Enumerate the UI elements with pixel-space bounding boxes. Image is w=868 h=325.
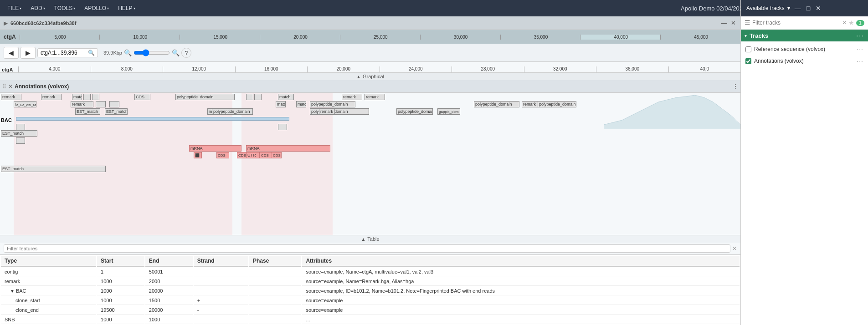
tracks-section-dots[interactable]: ··· bbox=[856, 32, 864, 39]
feature-remark-row3[interactable]: remark bbox=[319, 108, 335, 115]
col-header-strand[interactable]: Strand bbox=[194, 256, 248, 267]
feature-remark-row2[interactable]: remark bbox=[71, 101, 93, 107]
feature-match-2[interactable] bbox=[83, 94, 91, 100]
feature-match-1[interactable]: match bbox=[72, 94, 82, 100]
feature-remark-mid[interactable]: match bbox=[278, 94, 294, 100]
feature-mrna-1[interactable]: mRNA bbox=[189, 145, 241, 152]
panel-icons: — □ ✕ bbox=[793, 4, 823, 13]
tools-menu[interactable]: TOOLS ▾ bbox=[51, 3, 79, 13]
file-label: FILE bbox=[7, 5, 19, 11]
track-checkbox-reference[interactable] bbox=[745, 46, 751, 52]
feature-polypeptide-right[interactable]: polypeptide_domain bbox=[474, 101, 519, 107]
feature-cds-1[interactable]: CDS bbox=[134, 94, 150, 100]
help-menu[interactable]: HELP ▾ bbox=[114, 3, 139, 13]
track-item-reference[interactable]: Reference sequence (volvox) ··· bbox=[741, 43, 868, 55]
genomic-features-area[interactable]: remark remark match CDS polypeptide_doma… bbox=[0, 93, 740, 235]
feature-cds-pink-4[interactable]: CDS bbox=[272, 152, 282, 158]
table-row[interactable]: ▼BAC 1000 20000 source=example, ID=b101.… bbox=[1, 287, 740, 295]
table-row[interactable]: clone_start 1000 1500 + source=example bbox=[1, 296, 740, 305]
track-menu-button[interactable]: ⋮ bbox=[732, 83, 739, 90]
track-checkbox-annotations[interactable] bbox=[745, 58, 751, 64]
lgv-breadcrumb-icon: ▶ bbox=[4, 20, 8, 26]
col-header-attributes[interactable]: Attributes bbox=[302, 256, 740, 267]
col-header-end[interactable]: End bbox=[145, 256, 193, 267]
lgv-minimize-button[interactable]: — bbox=[720, 19, 728, 27]
apollo-menu[interactable]: APOLLO ▾ bbox=[81, 3, 113, 13]
track-dots-annotations[interactable]: ··· bbox=[857, 57, 863, 65]
ruler-tick-1: 8,000 bbox=[91, 66, 163, 72]
filter-features-input[interactable] bbox=[4, 244, 730, 253]
feature-small-row2-1[interactable]: lo_co_pro_seq bbox=[14, 101, 36, 107]
table-row[interactable]: clone_end 19500 20000 - source=example bbox=[1, 306, 740, 315]
col-header-phase[interactable]: Phase bbox=[249, 256, 301, 267]
zoom-in-button[interactable]: 🔍 bbox=[172, 49, 180, 56]
feature-polypep-row3-4[interactable]: gapplx_dom bbox=[437, 108, 460, 115]
feature-polypeptide-row3-3[interactable]: polypeptide_domain bbox=[396, 108, 433, 115]
table-row[interactable]: remark 1000 2000 source=example, Name=Re… bbox=[1, 277, 740, 286]
feature-small-top-1[interactable] bbox=[16, 124, 25, 130]
tracks-collapse-icon: ▾ bbox=[745, 33, 747, 38]
feature-cds-pink-1[interactable]: CDS bbox=[216, 152, 229, 158]
track-drag-handle[interactable]: ⠿ bbox=[2, 83, 6, 90]
zoom-out-button[interactable]: 🔍 bbox=[124, 49, 132, 56]
feature-mrna-2[interactable]: mRNA bbox=[246, 145, 330, 152]
region-ticks: 5,000 10,000 15,000 20,000 25,000 30,000… bbox=[20, 30, 740, 44]
feature-match-row2-2[interactable]: match bbox=[296, 101, 306, 107]
row-collapse-icon[interactable]: ▼ bbox=[10, 289, 15, 294]
nav-back-button[interactable]: ◀ bbox=[4, 47, 19, 59]
cell-phase bbox=[249, 268, 301, 276]
filter-features-clear-button[interactable]: ✕ bbox=[732, 245, 737, 252]
feature-small-row2-3[interactable] bbox=[109, 101, 119, 107]
feature-remark-2[interactable]: remark bbox=[41, 94, 62, 100]
feature-polypeptide-row3[interactable]: polypeptide_domain bbox=[212, 108, 253, 115]
feature-remark-1[interactable]: remark bbox=[1, 94, 21, 100]
graphical-section-label[interactable]: ▲ Graphical bbox=[0, 73, 740, 80]
track-close-button[interactable]: ✕ bbox=[8, 83, 13, 90]
feature-remark-top-right[interactable]: remark bbox=[342, 94, 362, 100]
feature-estmatch-big[interactable]: EST_match bbox=[1, 130, 37, 137]
features-table-scroll[interactable]: Type Start End Strand Phase Attributes c… bbox=[0, 255, 740, 325]
filter-clear-button[interactable]: ✕ bbox=[842, 20, 847, 26]
track-dots-reference[interactable]: ··· bbox=[857, 46, 863, 53]
lgv-close-button[interactable]: ✕ bbox=[730, 19, 737, 27]
panel-minimize-button[interactable]: — bbox=[793, 4, 803, 13]
table-row[interactable]: contig 1 50001 source=example, Name=ctgA… bbox=[1, 268, 740, 276]
add-menu[interactable]: ADD ▾ bbox=[27, 3, 48, 13]
feature-cds-pink-2[interactable]: CDS bbox=[260, 152, 272, 158]
bac-bar[interactable] bbox=[16, 117, 289, 121]
zoom-slider[interactable] bbox=[134, 49, 170, 56]
col-header-start[interactable]: Start bbox=[97, 256, 144, 267]
available-tracks-caret[interactable]: ▾ bbox=[787, 5, 790, 11]
table-row[interactable]: SNB 1000 1000 ... bbox=[1, 315, 740, 324]
feature-match-3[interactable] bbox=[92, 94, 99, 100]
tracks-section-header[interactable]: ▾ Tracks ··· bbox=[741, 30, 868, 41]
feature-estmatch-2[interactable]: EST_match bbox=[105, 108, 128, 115]
location-input[interactable] bbox=[41, 50, 86, 56]
filter-star-button[interactable]: ★ bbox=[848, 19, 854, 26]
feature-small-row2-2[interactable] bbox=[96, 101, 106, 107]
file-menu[interactable]: FILE ▾ bbox=[4, 3, 25, 13]
feature-polypeptide-mid[interactable]: polypeptide_domain bbox=[310, 101, 355, 107]
feature-small-top-2[interactable] bbox=[278, 124, 287, 130]
feature-cds-pink-3[interactable]: CDS bbox=[237, 152, 247, 158]
feature-remark-top-right-2[interactable]: remark bbox=[365, 94, 385, 100]
feature-utr-2[interactable]: UTR bbox=[246, 152, 260, 158]
panel-maximize-button[interactable]: □ bbox=[805, 4, 812, 13]
filter-tracks-input[interactable] bbox=[752, 20, 840, 26]
feature-small-2[interactable] bbox=[254, 94, 262, 100]
feature-estmatch-1[interactable]: EST_match bbox=[75, 108, 100, 115]
feature-estmatch-bottom[interactable]: EST_match bbox=[1, 166, 106, 172]
col-header-type[interactable]: Type bbox=[1, 256, 96, 267]
track-item-annotations[interactable]: Annotations (volvox) ··· bbox=[741, 55, 868, 67]
feature-polypeptide-far-right[interactable]: polypeptide_domain bbox=[538, 101, 576, 107]
feature-polypeptide-1[interactable]: polypeptide_domain bbox=[175, 94, 235, 100]
help-button[interactable]: ? bbox=[181, 48, 191, 58]
nav-forward-button[interactable]: ▶ bbox=[21, 47, 36, 59]
panel-close-button[interactable]: ✕ bbox=[814, 4, 823, 13]
filter-tracks-row: ☰ ✕ ★ 1 bbox=[741, 16, 868, 30]
feature-small-1[interactable] bbox=[246, 94, 253, 100]
feature-match-row2[interactable]: match bbox=[276, 101, 286, 107]
table-section-label[interactable]: ▲ Table bbox=[0, 235, 740, 243]
feature-small-est-1[interactable] bbox=[16, 137, 25, 144]
feature-utr-1[interactable]: ⬛ bbox=[194, 152, 202, 158]
